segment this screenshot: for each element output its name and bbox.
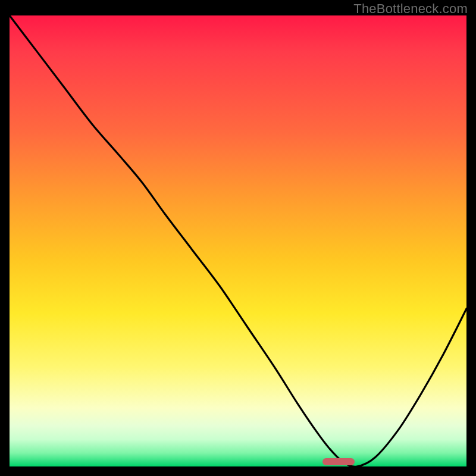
watermark-text: TheBottleneck.com [353,1,468,17]
chart-frame [10,15,466,466]
bottleneck-curve [10,15,466,466]
optimal-range-marker [322,458,355,465]
